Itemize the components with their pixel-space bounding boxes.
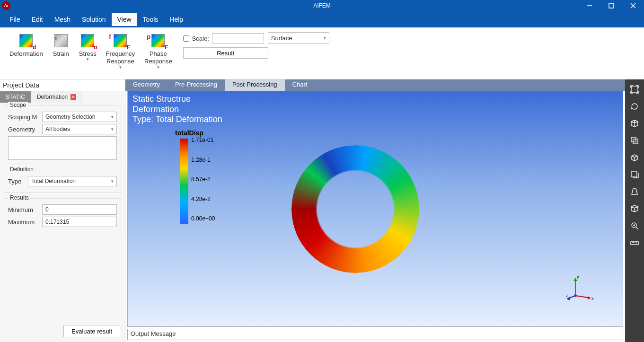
view-persp-icon[interactable] (627, 185, 642, 198)
tab-preprocessing[interactable]: Pre-Processing (168, 79, 225, 91)
result-ring-plot (291, 145, 419, 273)
view-ortho-icon[interactable] (627, 134, 642, 147)
project-tabs: STATIC Deformation ✕ (0, 91, 125, 103)
tab-chart[interactable]: Chart (285, 79, 315, 91)
geometry-label: Geometry (8, 126, 40, 133)
app-logo-icon: Ai (2, 1, 10, 10)
view-stack-icon[interactable] (627, 168, 642, 181)
chevron-down-icon: ▾ (111, 179, 114, 184)
maximum-value[interactable]: 0.171315 (42, 217, 117, 227)
definition-group: Definition Type Total Deformation▾ (4, 170, 121, 193)
chevron-down-icon: ▾ (119, 65, 122, 70)
minimum-label: Minimum (8, 206, 40, 213)
type-select[interactable]: Total Deformation▾ (28, 176, 117, 186)
axis-triad-icon: x y z (566, 274, 594, 303)
scale-input[interactable] (212, 33, 264, 44)
frequency-icon: F (114, 34, 127, 47)
chevron-down-icon: ▾ (111, 127, 114, 132)
ribbon-phase-button[interactable]: pF Phase Response ▾ (140, 30, 177, 71)
rendermode-select[interactable]: Surface ▾ (268, 32, 329, 44)
chevron-down-icon: ▾ (157, 65, 159, 70)
tab-postprocessing[interactable]: Post-Processing (225, 79, 285, 91)
menu-file[interactable]: File (4, 13, 26, 26)
center-area: Geometry Pre-Processing Post-Processing … (125, 79, 625, 342)
menu-bar: File Edit Mesh Solution View Tools Help (0, 11, 644, 27)
phase-icon: F (151, 34, 165, 47)
scope-group: Scope Scoping M Geometry Selection▾ Geom… (4, 105, 121, 164)
maximize-button[interactable] (600, 0, 622, 11)
deformation-icon: d (19, 34, 33, 47)
evaluate-button[interactable]: Evaluate result (63, 325, 120, 337)
minimum-value[interactable]: 0 (42, 204, 117, 215)
svg-text:x: x (591, 296, 594, 301)
svg-rect-1 (609, 3, 614, 8)
refresh-tool-icon[interactable] (627, 100, 642, 113)
view-cube-icon[interactable] (627, 151, 642, 164)
viewport-3d[interactable]: Static Structrue Deformation Type: Total… (127, 91, 623, 327)
view-box3d-icon[interactable] (627, 202, 642, 215)
ribbon-deformation-button[interactable]: d Deformation (5, 30, 48, 60)
menu-edit[interactable]: Edit (26, 13, 49, 26)
ribbon-stress-button[interactable]: σ Stress ▾ (74, 30, 101, 63)
scale-label: Scale: (192, 35, 209, 42)
menu-tools[interactable]: Tools (137, 13, 164, 26)
close-button[interactable] (622, 0, 644, 11)
viewport-heading: Static Structrue Deformation Type: Total… (132, 94, 222, 125)
colorbar: 1.71e-01 1.28e-1 8.57e-2 4.28e-2 0.00e+0… (180, 139, 215, 224)
menu-help[interactable]: Help (164, 13, 189, 26)
svg-rect-14 (631, 86, 638, 93)
svg-rect-17 (631, 171, 637, 177)
scoping-method-label: Scoping M (8, 114, 40, 121)
tab-deformation[interactable]: Deformation ✕ (31, 91, 82, 103)
colorbar-labels: 1.71e-01 1.28e-1 8.57e-2 4.28e-2 0.00e+0… (191, 137, 215, 222)
ruler-tool-icon[interactable] (627, 237, 642, 249)
colorbar-title: totalDisp (175, 129, 203, 137)
svg-line-20 (636, 227, 638, 229)
result-button[interactable]: Result (183, 47, 268, 59)
chevron-down-icon: ▾ (111, 114, 114, 119)
svg-rect-16 (633, 139, 638, 144)
frame-tool-icon[interactable] (627, 83, 642, 96)
ribbon-strain-button[interactable]: ε Strain (48, 30, 74, 60)
geometry-select[interactable]: All bodies▾ (42, 124, 117, 134)
colorbar-gradient (180, 139, 188, 224)
zoom-tool-icon[interactable] (627, 219, 642, 232)
scoping-method-select[interactable]: Geometry Selection▾ (42, 112, 117, 122)
chevron-down-icon: ▾ (87, 57, 89, 61)
maximum-label: Maximum (8, 219, 40, 226)
window-title: AIFEM (313, 2, 331, 9)
svg-marker-5 (588, 296, 591, 299)
minimize-button[interactable] (579, 0, 600, 11)
center-tabs: Geometry Pre-Processing Post-Processing … (125, 79, 625, 91)
strain-icon: ε (54, 34, 68, 47)
scale-checkbox[interactable] (183, 35, 189, 42)
project-data-title: Project Data (0, 79, 125, 91)
menu-solution[interactable]: Solution (76, 13, 112, 26)
tab-static[interactable]: STATIC (0, 91, 31, 103)
stress-icon: σ (81, 34, 94, 47)
svg-text:y: y (577, 274, 579, 279)
chevron-down-icon: ▾ (324, 35, 326, 40)
project-data-panel: Project Data STATIC Deformation ✕ Scope … (0, 79, 125, 342)
svg-text:z: z (566, 293, 568, 298)
right-toolbar (625, 79, 644, 342)
svg-marker-18 (632, 189, 637, 194)
menu-mesh[interactable]: Mesh (49, 13, 76, 26)
menu-view[interactable]: View (112, 13, 137, 26)
scope-detail-box[interactable] (8, 136, 117, 160)
tab-geometry[interactable]: Geometry (125, 79, 168, 91)
view-iso-icon[interactable] (627, 117, 642, 130)
ribbon-frequency-button[interactable]: fF Frequency Response ▾ (101, 30, 140, 71)
svg-point-10 (574, 294, 577, 297)
close-tab-icon[interactable]: ✕ (71, 94, 76, 100)
svg-rect-15 (631, 137, 636, 142)
results-group: Results Minimum 0 Maximum 0.171315 (4, 198, 121, 233)
ribbon-toolbar: d Deformation ε Strain σ Stress ▾ fF Fre… (0, 27, 644, 79)
output-message[interactable]: Output Message (127, 329, 623, 340)
type-label: Type (8, 178, 26, 185)
ribbon-separator (180, 32, 180, 75)
title-bar: Ai AIFEM (0, 0, 644, 11)
